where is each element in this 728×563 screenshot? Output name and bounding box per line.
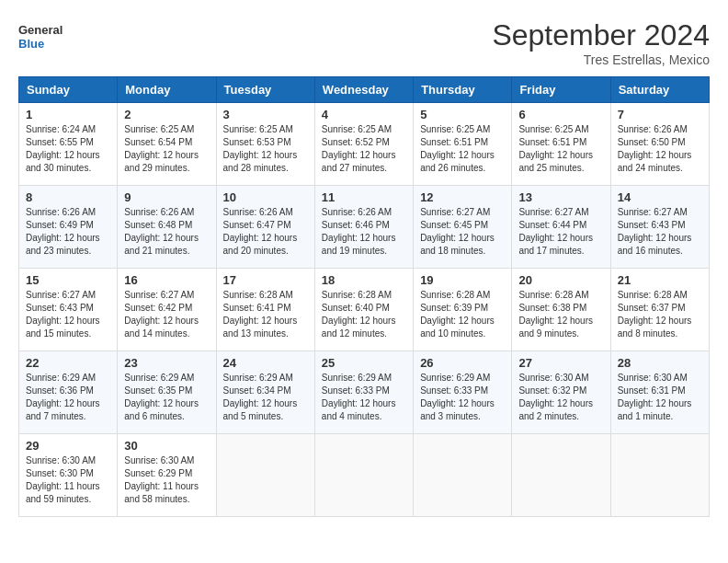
day-number: 25 [322, 356, 406, 370]
empty-cell [512, 434, 610, 517]
day-number: 14 [618, 190, 702, 204]
day-number: 21 [618, 273, 702, 287]
empty-cell [314, 434, 413, 517]
day-number: 23 [124, 356, 209, 370]
calendar-day-1: 1Sunrise: 6:24 AM Sunset: 6:55 PM Daylig… [19, 103, 118, 186]
calendar-day-14: 14Sunrise: 6:27 AM Sunset: 6:43 PM Dayli… [610, 186, 709, 269]
day-number: 28 [618, 356, 702, 370]
calendar-week-3: 15Sunrise: 6:27 AM Sunset: 6:43 PM Dayli… [19, 269, 710, 351]
day-number: 15 [26, 273, 110, 287]
day-number: 9 [124, 190, 209, 204]
day-content: Sunrise: 6:25 AM Sunset: 6:54 PM Dayligh… [124, 123, 209, 175]
calendar-day-4: 4Sunrise: 6:25 AM Sunset: 6:52 PM Daylig… [314, 103, 413, 186]
calendar-day-19: 19Sunrise: 6:28 AM Sunset: 6:39 PM Dayli… [414, 269, 512, 351]
calendar-day-5: 5Sunrise: 6:25 AM Sunset: 6:51 PM Daylig… [414, 103, 512, 186]
calendar-header-row: SundayMondayTuesdayWednesdayThursdayFrid… [19, 77, 710, 103]
day-content: Sunrise: 6:27 AM Sunset: 6:45 PM Dayligh… [420, 206, 505, 258]
day-number: 22 [26, 356, 110, 370]
calendar-day-20: 20Sunrise: 6:28 AM Sunset: 6:38 PM Dayli… [512, 269, 610, 351]
calendar-day-16: 16Sunrise: 6:27 AM Sunset: 6:42 PM Dayli… [118, 269, 216, 351]
day-content: Sunrise: 6:29 AM Sunset: 6:36 PM Dayligh… [26, 372, 110, 423]
calendar-table: SundayMondayTuesdayWednesdayThursdayFrid… [18, 76, 710, 517]
day-number: 24 [223, 356, 308, 370]
calendar-day-27: 27Sunrise: 6:30 AM Sunset: 6:32 PM Dayli… [512, 351, 610, 434]
calendar-day-28: 28Sunrise: 6:30 AM Sunset: 6:31 PM Dayli… [610, 351, 709, 434]
day-header-friday: Friday [512, 77, 610, 103]
calendar-day-12: 12Sunrise: 6:27 AM Sunset: 6:45 PM Dayli… [414, 186, 512, 269]
day-number: 13 [518, 190, 603, 204]
day-content: Sunrise: 6:27 AM Sunset: 6:43 PM Dayligh… [26, 289, 110, 340]
calendar-day-18: 18Sunrise: 6:28 AM Sunset: 6:40 PM Dayli… [314, 269, 413, 351]
day-number: 8 [26, 190, 110, 204]
day-content: Sunrise: 6:28 AM Sunset: 6:37 PM Dayligh… [618, 289, 702, 340]
svg-text:Blue: Blue [18, 37, 44, 51]
day-number: 16 [124, 273, 209, 287]
calendar-day-7: 7Sunrise: 6:26 AM Sunset: 6:50 PM Daylig… [610, 103, 709, 186]
day-content: Sunrise: 6:25 AM Sunset: 6:51 PM Dayligh… [518, 123, 603, 175]
calendar-day-11: 11Sunrise: 6:26 AM Sunset: 6:46 PM Dayli… [314, 186, 413, 269]
calendar-day-2: 2Sunrise: 6:25 AM Sunset: 6:54 PM Daylig… [118, 103, 216, 186]
day-header-saturday: Saturday [610, 77, 709, 103]
calendar-day-21: 21Sunrise: 6:28 AM Sunset: 6:37 PM Dayli… [610, 269, 709, 351]
day-number: 11 [322, 190, 406, 204]
day-content: Sunrise: 6:25 AM Sunset: 6:53 PM Dayligh… [223, 123, 308, 175]
day-content: Sunrise: 6:28 AM Sunset: 6:40 PM Dayligh… [322, 289, 406, 340]
day-content: Sunrise: 6:30 AM Sunset: 6:31 PM Dayligh… [618, 372, 702, 423]
day-content: Sunrise: 6:24 AM Sunset: 6:55 PM Dayligh… [26, 123, 110, 175]
day-number: 18 [322, 273, 406, 287]
day-content: Sunrise: 6:26 AM Sunset: 6:48 PM Dayligh… [124, 206, 209, 258]
day-number: 4 [322, 108, 406, 121]
calendar-day-26: 26Sunrise: 6:29 AM Sunset: 6:33 PM Dayli… [414, 351, 512, 434]
day-number: 30 [124, 439, 209, 453]
logo-svg: General Blue [18, 18, 64, 55]
calendar-week-2: 8Sunrise: 6:26 AM Sunset: 6:49 PM Daylig… [19, 186, 710, 269]
day-number: 19 [420, 273, 505, 287]
empty-cell [414, 434, 512, 517]
calendar-week-5: 29Sunrise: 6:30 AM Sunset: 6:30 PM Dayli… [19, 434, 710, 517]
day-content: Sunrise: 6:29 AM Sunset: 6:35 PM Dayligh… [124, 372, 209, 423]
day-number: 6 [518, 108, 603, 121]
day-number: 20 [518, 273, 603, 287]
day-number: 10 [223, 190, 308, 204]
logo: General Blue [18, 18, 64, 55]
day-content: Sunrise: 6:25 AM Sunset: 6:51 PM Dayligh… [420, 123, 505, 175]
calendar-day-30: 30Sunrise: 6:30 AM Sunset: 6:29 PM Dayli… [118, 434, 216, 517]
day-number: 12 [420, 190, 505, 204]
day-content: Sunrise: 6:30 AM Sunset: 6:30 PM Dayligh… [26, 454, 110, 506]
day-content: Sunrise: 6:28 AM Sunset: 6:38 PM Dayligh… [518, 289, 603, 340]
calendar-week-1: 1Sunrise: 6:24 AM Sunset: 6:55 PM Daylig… [19, 103, 710, 186]
day-content: Sunrise: 6:27 AM Sunset: 6:42 PM Dayligh… [124, 289, 209, 340]
calendar-week-4: 22Sunrise: 6:29 AM Sunset: 6:36 PM Dayli… [19, 351, 710, 434]
calendar-day-3: 3Sunrise: 6:25 AM Sunset: 6:53 PM Daylig… [216, 103, 314, 186]
day-content: Sunrise: 6:26 AM Sunset: 6:46 PM Dayligh… [322, 206, 406, 258]
calendar-day-13: 13Sunrise: 6:27 AM Sunset: 6:44 PM Dayli… [512, 186, 610, 269]
day-number: 7 [618, 108, 702, 121]
calendar-day-15: 15Sunrise: 6:27 AM Sunset: 6:43 PM Dayli… [19, 269, 118, 351]
calendar-day-22: 22Sunrise: 6:29 AM Sunset: 6:36 PM Dayli… [19, 351, 118, 434]
day-content: Sunrise: 6:29 AM Sunset: 6:33 PM Dayligh… [420, 372, 505, 423]
title-block: September 2024 Tres Estrellas, Mexico [492, 18, 710, 67]
day-number: 2 [124, 108, 209, 121]
day-content: Sunrise: 6:26 AM Sunset: 6:49 PM Dayligh… [26, 206, 110, 258]
day-content: Sunrise: 6:29 AM Sunset: 6:34 PM Dayligh… [223, 372, 308, 423]
day-number: 3 [223, 108, 308, 121]
day-content: Sunrise: 6:29 AM Sunset: 6:33 PM Dayligh… [322, 372, 406, 423]
day-content: Sunrise: 6:27 AM Sunset: 6:43 PM Dayligh… [618, 206, 702, 258]
day-content: Sunrise: 6:25 AM Sunset: 6:52 PM Dayligh… [322, 123, 406, 175]
calendar-day-23: 23Sunrise: 6:29 AM Sunset: 6:35 PM Dayli… [118, 351, 216, 434]
day-content: Sunrise: 6:26 AM Sunset: 6:47 PM Dayligh… [223, 206, 308, 258]
day-content: Sunrise: 6:30 AM Sunset: 6:32 PM Dayligh… [518, 372, 603, 423]
calendar-day-8: 8Sunrise: 6:26 AM Sunset: 6:49 PM Daylig… [19, 186, 118, 269]
svg-text:General: General [18, 23, 63, 37]
day-number: 17 [223, 273, 308, 287]
calendar-day-10: 10Sunrise: 6:26 AM Sunset: 6:47 PM Dayli… [216, 186, 314, 269]
day-number: 26 [420, 356, 505, 370]
day-header-wednesday: Wednesday [314, 77, 413, 103]
calendar-day-24: 24Sunrise: 6:29 AM Sunset: 6:34 PM Dayli… [216, 351, 314, 434]
day-content: Sunrise: 6:30 AM Sunset: 6:29 PM Dayligh… [124, 454, 209, 506]
calendar-day-17: 17Sunrise: 6:28 AM Sunset: 6:41 PM Dayli… [216, 269, 314, 351]
day-number: 29 [26, 439, 110, 453]
day-content: Sunrise: 6:28 AM Sunset: 6:41 PM Dayligh… [223, 289, 308, 340]
calendar-day-6: 6Sunrise: 6:25 AM Sunset: 6:51 PM Daylig… [512, 103, 610, 186]
month-title: September 2024 [492, 18, 710, 52]
